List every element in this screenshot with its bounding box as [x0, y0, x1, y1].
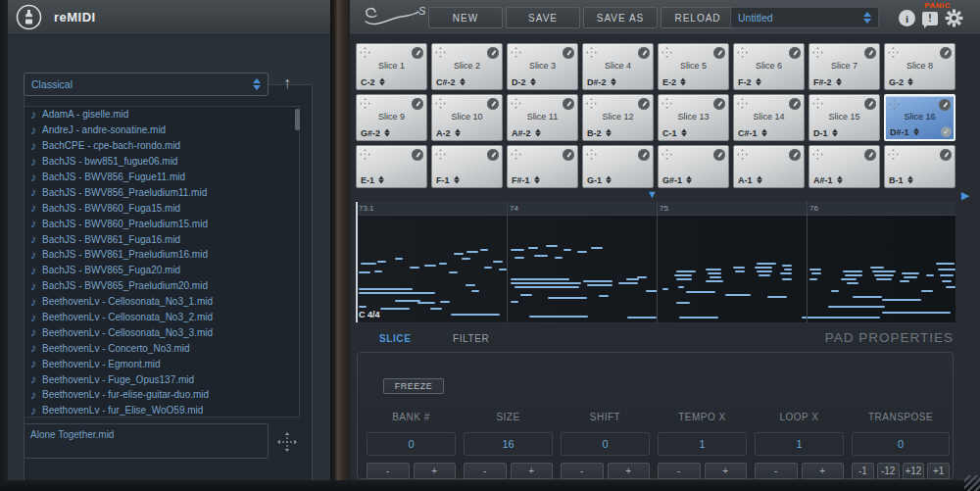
resize-grip[interactable]	[964, 475, 980, 491]
pad-note-select[interactable]: D-2	[512, 76, 537, 87]
file-list[interactable]: ♪AdamA - giselle.mid♪AndreJ - andre-sona…	[24, 106, 300, 417]
file-item[interactable]: ♪BachJS - BWV861_Fuga16.mid	[24, 231, 299, 247]
pad-empty[interactable]: E-1	[356, 145, 427, 188]
file-item[interactable]: ♪BachJS - BWV856_Praeludium11.mid	[24, 184, 299, 200]
preset-select[interactable]: Untitled	[730, 7, 879, 28]
pad-note-select[interactable]: A-2	[436, 127, 462, 138]
pad-note-select[interactable]: C#-2	[436, 76, 466, 87]
param-plus-button[interactable]: +	[608, 463, 651, 479]
pad-slice-6[interactable]: Slice 6F-2	[733, 43, 805, 90]
pad-slice-16[interactable]: Slice 16D#-1✓	[884, 94, 956, 141]
pad-note-select[interactable]: E-1	[361, 174, 385, 185]
file-item[interactable]: ♪BachJS - BWV860_Praeludium15.mid	[24, 216, 299, 231]
pad-note-select[interactable]: A#-1	[813, 174, 844, 185]
file-item[interactable]: ♪BachJS - BWV865_Fuga20.mid	[24, 263, 299, 278]
piano-roll[interactable]: 73.1747576 C 4/4	[356, 202, 956, 323]
param-minus-button[interactable]: -	[755, 463, 798, 479]
param-minus-button[interactable]: -	[658, 463, 701, 479]
current-file-box[interactable]: Alone Together.mid	[24, 423, 269, 459]
pad-note-select[interactable]: D-1	[813, 127, 839, 138]
file-item[interactable]: ♪AdamA - giselle.mid	[24, 107, 299, 123]
file-item[interactable]: ♪BachJS - BWV861_Praeludium16.mid	[24, 247, 299, 263]
tab-slice[interactable]: SLICE	[379, 333, 411, 344]
file-item[interactable]: ♪BachJS - BWV860_Fuga15.mid	[24, 200, 299, 216]
reload-button[interactable]: RELOAD	[661, 7, 735, 28]
file-item[interactable]: ♪BeethovenLv - Concerto_No3.mid	[24, 340, 299, 356]
pad-empty[interactable]: G#-1	[658, 145, 729, 188]
param-plus-button[interactable]: +	[511, 463, 554, 479]
file-item[interactable]: ♪BachJS - BWV865_Praeludium20.mid	[24, 278, 299, 294]
pad-empty[interactable]: G-1	[582, 145, 654, 188]
pad-slice-2[interactable]: Slice 2C#-2	[431, 43, 503, 90]
pad-menu-icon[interactable]	[412, 47, 423, 59]
pad-slice-7[interactable]: Slice 7F#-2	[808, 43, 880, 90]
pad-menu-icon[interactable]	[563, 47, 574, 59]
info-icon[interactable]: i	[899, 10, 915, 26]
pad-slice-3[interactable]: Slice 3D-2	[507, 43, 578, 90]
pad-note-select[interactable]: D#-2	[587, 76, 617, 87]
pad-note-select[interactable]: C-1	[662, 127, 688, 138]
pad-menu-icon[interactable]	[563, 149, 574, 161]
param-plus-button[interactable]: +	[705, 463, 748, 479]
pad-slice-14[interactable]: Slice 14C#-1	[733, 94, 805, 141]
pad-slice-1[interactable]: Slice 1C-2	[356, 43, 427, 90]
pad-menu-icon[interactable]	[789, 98, 801, 110]
file-item[interactable]: ♪BeethovenLv - fur-elise-guitar-duo.mid	[24, 387, 299, 403]
save-button[interactable]: SAVE	[506, 7, 580, 28]
param-value[interactable]: 1	[658, 432, 747, 456]
param-plus12-button[interactable]: +12	[903, 463, 925, 479]
pad-note-select[interactable]: B-1	[889, 174, 914, 185]
pad-menu-icon[interactable]	[789, 149, 801, 161]
pad-menu-icon[interactable]	[864, 47, 876, 59]
next-page-arrow-icon[interactable]: ▶	[961, 190, 969, 201]
pad-menu-icon[interactable]	[864, 149, 876, 161]
file-item[interactable]: ♪AndreJ - andre-sonatine.mid	[24, 123, 299, 138]
param-value[interactable]: 0	[852, 432, 950, 456]
param-minus-button[interactable]: -	[464, 463, 507, 479]
file-item[interactable]: ♪BeethovenLv - fur_Elise_WoO59.mid	[24, 403, 299, 417]
pad-note-select[interactable]: F#-2	[813, 76, 843, 87]
pad-slice-9[interactable]: Slice 9G#-2	[356, 94, 427, 141]
save-as-button[interactable]: SAVE AS	[583, 7, 658, 28]
param-plus1-button[interactable]: +1	[927, 463, 950, 479]
pad-menu-icon[interactable]	[939, 99, 951, 111]
pad-menu-icon[interactable]	[638, 47, 650, 59]
param-value[interactable]: 0	[561, 432, 650, 456]
file-item[interactable]: ♪BeethovenLv - Cellosonata_No3_3.mid	[24, 324, 299, 340]
pad-slice-11[interactable]: Slice 11A#-2	[507, 94, 578, 141]
param-value[interactable]: 0	[367, 432, 456, 456]
new-button[interactable]: NEW	[428, 7, 503, 28]
pad-note-select[interactable]: F#-1	[512, 174, 541, 185]
file-item[interactable]: ♪BeethovenLv - Fuge_Opus137.mid	[24, 371, 299, 387]
pad-slice-8[interactable]: Slice 8G-2	[884, 43, 956, 90]
param-plus-button[interactable]: +	[414, 463, 457, 479]
pad-menu-icon[interactable]	[487, 149, 499, 161]
pad-menu-icon[interactable]	[412, 98, 423, 110]
pad-note-select[interactable]: G-2	[889, 76, 914, 87]
pad-menu-icon[interactable]	[487, 47, 499, 59]
pad-menu-icon[interactable]	[789, 47, 801, 59]
pad-note-select[interactable]: F-1	[436, 174, 461, 185]
pad-menu-icon[interactable]	[487, 98, 499, 110]
alert-bubble-icon[interactable]: !	[922, 12, 938, 25]
pad-note-select[interactable]: G-1	[587, 174, 612, 185]
pad-note-select[interactable]: G#-2	[361, 127, 391, 138]
drag-handle-icon[interactable]	[277, 432, 297, 452]
file-item[interactable]: ♪BachJS - BWV856_Fugue11.mid	[24, 170, 299, 185]
pad-menu-icon[interactable]	[864, 98, 876, 110]
param-value[interactable]: 1	[755, 432, 844, 456]
file-item[interactable]: ♪BachJS - bwv851_fugue06.mid	[24, 154, 299, 170]
file-item[interactable]: ♪BeethovenLv - Cellosonata_No3_2.mid	[24, 310, 299, 325]
category-select[interactable]: Classical	[24, 73, 269, 96]
param-minus1-button[interactable]: -1	[852, 463, 874, 479]
pad-menu-icon[interactable]	[412, 149, 423, 161]
bank-down-arrow-icon[interactable]: ▼	[647, 189, 658, 200]
pad-note-select[interactable]: E-2	[662, 76, 687, 87]
pad-note-select[interactable]: A-1	[738, 174, 763, 185]
param-minus12-button[interactable]: -12	[877, 463, 900, 479]
pad-note-select[interactable]: A#-2	[512, 127, 542, 138]
param-minus-button[interactable]: -	[561, 463, 604, 479]
file-item[interactable]: ♪BeethovenLv - Cellosonata_No3_1.mid	[24, 294, 299, 310]
bar-ruler[interactable]: 73.1747576	[356, 202, 956, 216]
pad-menu-icon[interactable]	[713, 47, 725, 59]
